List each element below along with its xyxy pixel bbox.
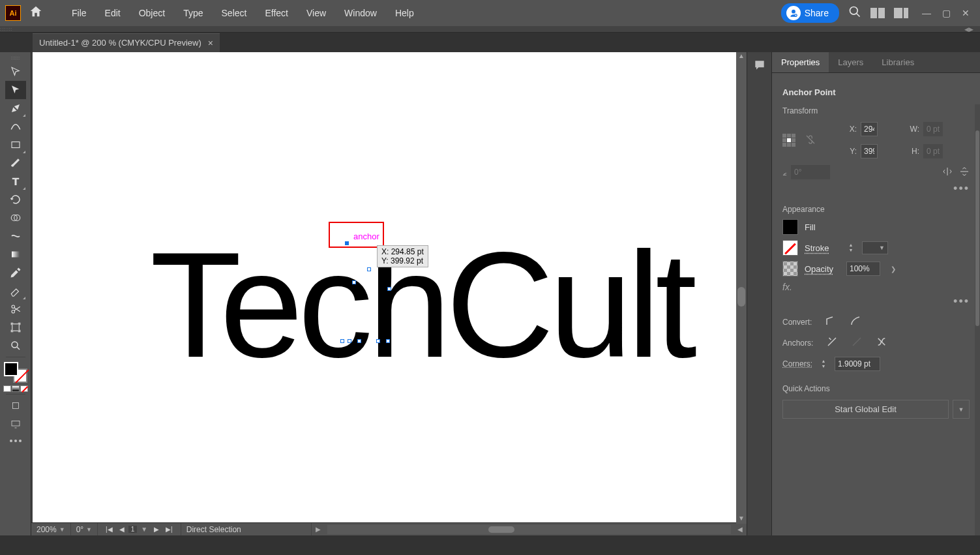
edit-toolbar-button[interactable] (10, 440, 22, 442)
artwork-text[interactable]: TechCult (150, 218, 692, 391)
convert-corner-icon[interactable] (825, 315, 837, 329)
panel-scrollbar[interactable] (975, 104, 980, 535)
menu-type[interactable]: Type (174, 0, 212, 26)
start-global-edit-button[interactable]: Start Global Edit (782, 400, 949, 419)
comments-icon[interactable] (753, 59, 766, 75)
corners-label[interactable]: Corners: (782, 359, 812, 368)
anchor-point[interactable] (340, 339, 344, 343)
fill-color-swatch[interactable] (782, 219, 798, 235)
remove-anchor-icon[interactable] (826, 336, 838, 350)
scroll-down-arrow[interactable]: ▼ (736, 515, 747, 524)
direct-selection-tool[interactable] (5, 81, 26, 99)
opacity-input[interactable] (846, 262, 880, 276)
anchor-point[interactable] (345, 241, 349, 245)
share-button[interactable]: Share (781, 3, 839, 23)
type-tool[interactable] (5, 172, 26, 190)
menu-file[interactable]: File (63, 0, 96, 26)
close-button[interactable]: ✕ (957, 7, 975, 20)
minimize-button[interactable]: — (917, 7, 936, 20)
pen-tool[interactable] (5, 99, 26, 117)
color-mode-gradient[interactable] (12, 385, 20, 392)
scissors-tool[interactable] (5, 300, 26, 318)
eyedropper-tool[interactable] (5, 263, 26, 282)
close-tab-icon[interactable]: × (208, 38, 213, 48)
color-mode-solid[interactable] (3, 385, 11, 392)
convert-smooth-icon[interactable] (850, 315, 861, 329)
workspace-arrange-icon[interactable] (870, 8, 885, 18)
menu-help[interactable]: Help (386, 0, 423, 26)
search-icon[interactable] (848, 5, 861, 22)
appearance-more-options[interactable]: ••• (782, 295, 970, 308)
rectangle-tool[interactable] (5, 136, 26, 154)
document-tab[interactable]: Untitled-1* @ 200 % (CMYK/CPU Preview) × (33, 33, 220, 52)
corners-input[interactable] (835, 357, 880, 371)
stroke-weight-spinner[interactable]: ▲▼ (846, 243, 855, 253)
rotation-field[interactable]: 0°▼ (71, 523, 98, 535)
flip-horizontal-icon[interactable] (942, 166, 953, 179)
reference-point-selector[interactable] (782, 134, 795, 147)
hscroll-right-arrow[interactable]: ◀ (734, 526, 747, 533)
fill-stroke-swatches[interactable] (3, 361, 29, 384)
expand-control-bar-icon[interactable]: ◀▶ (964, 26, 973, 33)
selection-tool[interactable] (5, 63, 26, 81)
anchor-point[interactable] (352, 280, 356, 284)
shape-builder-tool[interactable] (5, 209, 26, 227)
corners-spinner[interactable]: ▲▼ (819, 359, 828, 369)
vertical-scrollbar[interactable]: ▲ ▼ (736, 52, 747, 524)
stroke-label[interactable]: Stroke (805, 243, 840, 253)
anchor-point[interactable] (387, 287, 391, 291)
menu-effect[interactable]: Effect (256, 0, 297, 26)
artboard-tool[interactable] (5, 318, 26, 337)
menu-object[interactable]: Object (130, 0, 174, 26)
x-input[interactable] (861, 122, 878, 136)
workspace-switcher-icon[interactable] (894, 8, 908, 18)
vscroll-thumb[interactable] (737, 287, 745, 307)
menu-window[interactable]: Window (335, 0, 386, 26)
flip-vertical-icon[interactable] (959, 166, 970, 179)
color-mode-none[interactable] (20, 385, 28, 392)
fx-button[interactable]: fx. (782, 282, 970, 292)
anchor-point[interactable] (357, 339, 361, 343)
menu-edit[interactable]: Edit (96, 0, 130, 26)
tab-libraries[interactable]: Libraries (872, 52, 923, 72)
width-tool[interactable] (5, 227, 26, 245)
stroke-weight-dropdown[interactable]: ▼ (862, 241, 888, 254)
fill-swatch[interactable] (4, 362, 18, 376)
curvature-tool[interactable] (5, 117, 26, 136)
opacity-swatch[interactable] (782, 261, 798, 277)
transform-more-options[interactable]: ••• (782, 182, 970, 196)
stroke-color-swatch[interactable] (782, 240, 798, 256)
draw-mode-normal[interactable] (5, 397, 26, 415)
zoom-field[interactable]: 200%▼ (31, 523, 71, 535)
eraser-tool[interactable] (5, 282, 26, 300)
gradient-tool[interactable] (5, 245, 26, 263)
first-artboard-button[interactable]: |◀ (103, 526, 115, 533)
home-icon[interactable] (29, 5, 43, 22)
screen-mode[interactable] (5, 415, 26, 433)
next-artboard-button[interactable]: ▶ (151, 526, 162, 533)
anchor-point[interactable] (376, 339, 380, 343)
prev-artboard-button[interactable]: ◀ (117, 526, 127, 533)
horizontal-scrollbar[interactable] (327, 525, 731, 534)
last-artboard-button[interactable]: ▶| (163, 526, 175, 533)
global-edit-dropdown[interactable]: ▼ (953, 400, 970, 419)
cut-path-icon[interactable] (876, 336, 887, 350)
hscroll-thumb[interactable] (488, 526, 514, 533)
color-mode-row[interactable] (3, 385, 28, 392)
tab-layers[interactable]: Layers (829, 52, 872, 72)
anchor-point[interactable] (386, 339, 390, 343)
anchor-point[interactable] (348, 339, 351, 343)
constrain-proportions-icon[interactable] (805, 134, 815, 147)
maximize-button[interactable]: ▢ (937, 7, 955, 20)
anchor-point[interactable] (367, 267, 371, 271)
menu-view[interactable]: View (297, 0, 335, 26)
tab-properties[interactable]: Properties (772, 52, 829, 72)
artboard-dropdown[interactable]: ▼ (138, 526, 150, 533)
hscroll-left-arrow[interactable]: ▶ (312, 526, 325, 533)
zoom-tool[interactable] (5, 337, 26, 355)
rotate-tool[interactable] (5, 190, 26, 209)
panel-scroll-thumb[interactable] (975, 130, 979, 326)
opacity-label[interactable]: Opacity (805, 264, 840, 274)
paintbrush-tool[interactable] (5, 154, 26, 172)
scroll-up-arrow[interactable]: ▲ (736, 52, 747, 61)
